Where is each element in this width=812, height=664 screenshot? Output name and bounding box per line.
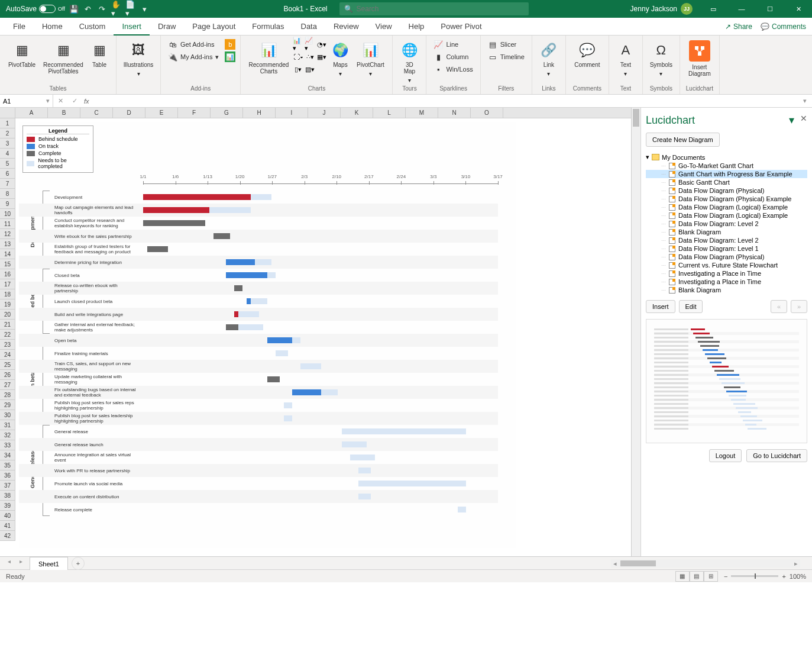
column-header[interactable]: O — [471, 108, 503, 118]
tab-formulas[interactable]: Formulas — [244, 18, 292, 36]
tab-page-layout[interactable]: Page Layout — [184, 18, 244, 36]
sparkline-line-button[interactable]: 📈Line — [431, 39, 475, 50]
pie-chart-icon[interactable]: ◔▾ — [316, 39, 327, 50]
create-new-diagram-button[interactable]: Create New Diagram — [646, 133, 720, 147]
row-header[interactable]: 34 — [0, 450, 15, 460]
zoom-slider[interactable] — [731, 575, 778, 577]
goto-lucidchart-button[interactable]: Go to Lucidchart — [746, 449, 807, 462]
column-header[interactable]: E — [145, 108, 178, 118]
row-header[interactable]: 25 — [0, 360, 15, 370]
column-header[interactable]: H — [243, 108, 276, 118]
illustrations-button[interactable]: 🖼Illustrations▾ — [121, 38, 156, 77]
row-header[interactable]: 16 — [0, 269, 15, 279]
tree-item[interactable]: ⋯Basic Gantt Chart — [646, 178, 807, 186]
tab-data[interactable]: Data — [293, 18, 325, 36]
column-header[interactable]: C — [80, 108, 113, 118]
page-layout-view-icon[interactable]: ▤ — [690, 571, 704, 582]
tab-view[interactable]: View — [367, 18, 400, 36]
tree-item[interactable]: ⋯Data Flow Diagram: Level 1 — [646, 244, 807, 253]
touch-mode-icon[interactable]: ✋▾ — [111, 4, 122, 14]
name-box[interactable]: A1▾ — [0, 95, 53, 108]
zoom-control[interactable]: − + 100% — [724, 573, 806, 580]
scatter-chart-icon[interactable]: ∴▾ — [305, 51, 315, 62]
undo-icon[interactable]: ↶ — [83, 4, 93, 14]
prev-page-button[interactable]: « — [771, 300, 787, 313]
row-header[interactable]: 21 — [0, 320, 15, 330]
row-header[interactable]: 1 — [0, 118, 15, 128]
last-sheet-icon[interactable]: ▸ — [15, 558, 26, 569]
row-header[interactable]: 39 — [0, 501, 15, 511]
tree-item[interactable]: ⋯Blank Diagram — [646, 286, 807, 294]
row-header[interactable]: 13 — [0, 239, 15, 249]
horizontal-scrollbar[interactable]: ◂ ▸ — [611, 559, 800, 568]
column-header[interactable]: L — [373, 108, 406, 118]
new-file-icon[interactable]: 📄▾ — [125, 4, 136, 14]
row-header[interactable]: 7 — [0, 179, 15, 189]
row-header[interactable]: 38 — [0, 491, 15, 501]
row-header[interactable]: 22 — [0, 330, 15, 340]
get-addins-button[interactable]: 🛍Get Add-ins — [166, 39, 221, 50]
sheet-tab[interactable]: Sheet1 — [30, 557, 68, 570]
row-header[interactable]: 2 — [0, 128, 15, 138]
tab-power-pivot[interactable]: Power Pivot — [432, 18, 490, 36]
gantt-chart-object[interactable]: Legend Behind scheduleOn trackCompleteNe… — [19, 122, 516, 548]
close-pane-icon[interactable]: ✕ — [800, 114, 807, 127]
bing-maps-icon[interactable]: b — [225, 39, 235, 50]
tree-item[interactable]: ⋯Gantt Chart with Progress Bar Example — [646, 170, 807, 178]
insert-diagram-button[interactable]: Insert Diagram — [685, 38, 714, 77]
column-header[interactable]: G — [211, 108, 243, 118]
column-header[interactable]: M — [406, 108, 438, 118]
column-header[interactable]: F — [178, 108, 211, 118]
minimize-icon[interactable]: — — [728, 0, 755, 18]
row-header[interactable]: 15 — [0, 259, 15, 269]
edit-button[interactable]: Edit — [679, 300, 703, 313]
column-header[interactable]: N — [438, 108, 471, 118]
tree-item[interactable]: ⋯Go-To-Market Gantt Chart — [646, 162, 807, 170]
column-header[interactable]: K — [341, 108, 373, 118]
new-sheet-button[interactable]: + — [72, 557, 85, 570]
select-all-corner[interactable] — [0, 108, 15, 118]
zoom-out-icon[interactable]: − — [724, 573, 727, 580]
row-header[interactable]: 11 — [0, 219, 15, 229]
tree-root[interactable]: ▾ My Documents — [646, 153, 807, 162]
tab-home[interactable]: Home — [34, 18, 71, 36]
symbols-button[interactable]: ΩSymbols▾ — [648, 38, 675, 77]
qat-customize-icon[interactable]: ▾ — [140, 4, 150, 14]
row-header[interactable]: 5 — [0, 159, 15, 169]
scroll-right-icon[interactable]: ▸ — [792, 560, 800, 568]
page-break-view-icon[interactable]: ⊞ — [704, 571, 718, 582]
row-header[interactable]: 17 — [0, 279, 15, 289]
row-header[interactable]: 42 — [0, 531, 15, 541]
pane-options-icon[interactable]: ▾ — [789, 114, 794, 127]
row-header[interactable]: 3 — [0, 138, 15, 149]
pivottable-button[interactable]: ▦PivotTable — [5, 38, 39, 68]
hierarchy-chart-icon[interactable]: ⛶▾ — [293, 51, 303, 62]
slicer-button[interactable]: ▤Slicer — [486, 39, 527, 50]
row-header[interactable]: 40 — [0, 511, 15, 521]
autosave-toggle[interactable]: AutoSave Off — [6, 5, 65, 13]
row-header[interactable]: 32 — [0, 430, 15, 440]
next-page-button[interactable]: » — [791, 300, 807, 313]
column-header[interactable]: D — [113, 108, 145, 118]
redo-icon[interactable]: ↷ — [97, 4, 108, 14]
tab-custom[interactable]: Custom — [71, 18, 114, 36]
row-header[interactable]: 10 — [0, 209, 15, 219]
comment-button[interactable]: 💬Comment — [571, 38, 604, 68]
tab-insert[interactable]: Insert — [114, 18, 150, 36]
tab-help[interactable]: Help — [400, 18, 433, 36]
share-button[interactable]: ↗ Share — [725, 22, 752, 31]
ribbon-display-icon[interactable]: ▭ — [700, 0, 727, 18]
column-header[interactable]: A — [15, 108, 48, 118]
column-header[interactable]: J — [308, 108, 341, 118]
zoom-value[interactable]: 100% — [790, 573, 806, 580]
tree-item[interactable]: ⋯Data Flow Diagram (Physical) Example — [646, 195, 807, 203]
row-header[interactable]: 4 — [0, 149, 15, 159]
link-button[interactable]: 🔗Link▾ — [537, 38, 561, 77]
row-header[interactable]: 37 — [0, 481, 15, 491]
tree-item[interactable]: ⋯Data Flow Diagram: Level 2 — [646, 220, 807, 228]
tree-item[interactable]: ⋯Investigating a Place in Time — [646, 269, 807, 278]
combo-chart-icon[interactable]: ▧▾ — [305, 64, 315, 75]
search-input[interactable] — [357, 5, 524, 13]
row-header[interactable]: 20 — [0, 310, 15, 320]
timeline-button[interactable]: ▭Timeline — [486, 51, 527, 62]
